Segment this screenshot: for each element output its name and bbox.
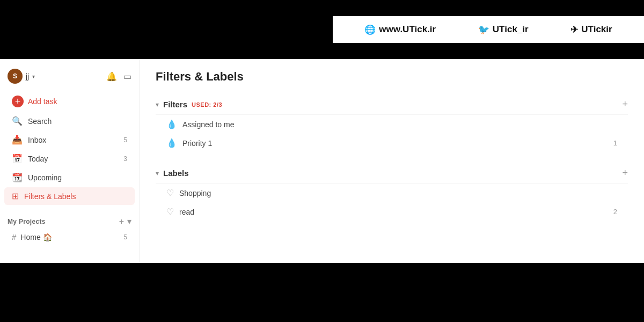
add-task-button[interactable]: + Add task [4, 92, 135, 111]
filters-labels-icon: ⊞ [12, 191, 19, 201]
priority-filter-icon: 💧 [166, 138, 177, 148]
sidebar-header: S jj ▾ 🔔 ▭ [0, 64, 139, 88]
twitter-text: UTick_ir [493, 24, 529, 35]
page-title: Filters & Labels [156, 70, 628, 84]
sidebar-item-filters-labels[interactable]: ⊞ Filters & Labels [4, 187, 135, 205]
website-link[interactable]: 🌐 www.UTick.ir [364, 24, 436, 35]
labels-section-title: Labels [163, 169, 189, 178]
project-home-label: Home 🏠 [20, 233, 52, 241]
today-icon: 📅 [12, 153, 23, 164]
priority-filter-count: 1 [613, 139, 617, 147]
today-count: 3 [123, 155, 127, 163]
priority-filter-label: Priority 1 [182, 139, 212, 148]
labels-section: ▾ Labels + ♡ Shopping ♡ read [156, 163, 628, 221]
shopping-label-icon: ♡ [166, 188, 174, 198]
layout-icon[interactable]: ▭ [123, 71, 131, 82]
username: jj [26, 72, 29, 80]
project-item-home[interactable]: # Home 🏠 5 [4, 229, 135, 245]
telegram-text: UTickir [581, 24, 612, 35]
my-projects-header: My Projects + ▾ [0, 210, 139, 229]
search-icon: 🔍 [12, 116, 23, 126]
my-projects-title: My Projects [8, 218, 46, 225]
telegram-icon: ✈ [570, 24, 578, 35]
today-label: Today [28, 155, 48, 163]
header-icons: 🔔 ▭ [106, 71, 131, 82]
avatar-initials: S [13, 72, 17, 80]
info-bar: 🌐 www.UTick.ir 🐦 UTick_ir ✈ UTickir [333, 16, 644, 43]
filter-item-priority[interactable]: 💧 Priority 1 1 [156, 134, 628, 152]
inbox-count: 5 [123, 136, 127, 144]
read-label-text: read [179, 208, 194, 216]
expand-projects-icon[interactable]: ▾ [127, 216, 131, 226]
labels-chevron-icon: ▾ [156, 170, 159, 177]
labels-add-icon[interactable]: + [622, 167, 628, 179]
my-projects-actions: + ▾ [119, 216, 131, 226]
assigned-filter-icon: 💧 [166, 119, 177, 129]
user-info[interactable]: S jj ▾ [8, 69, 35, 84]
chevron-down-icon: ▾ [32, 74, 35, 79]
twitter-link[interactable]: 🐦 UTick_ir [478, 24, 529, 35]
filters-add-icon[interactable]: + [622, 99, 628, 110]
project-home-count: 5 [123, 233, 127, 241]
avatar: S [8, 69, 23, 84]
assigned-filter-label: Assigned to me [182, 120, 235, 129]
sidebar: S jj ▾ 🔔 ▭ + Add task 🔍 Search [0, 59, 140, 263]
filters-labels-nav-label: Filters & Labels [24, 192, 76, 201]
upcoming-icon: 📆 [12, 172, 23, 182]
sidebar-item-inbox[interactable]: 📥 Inbox 5 [4, 131, 135, 149]
sidebar-item-today[interactable]: 📅 Today 3 [4, 150, 135, 167]
filters-section-title: Filters [163, 100, 187, 109]
sidebar-item-search[interactable]: 🔍 Search [4, 112, 135, 130]
main-area: 🌐 www.UTick.ir 🐦 UTick_ir ✈ UTickir S [0, 0, 644, 322]
telegram-link[interactable]: ✈ UTickir [570, 24, 612, 35]
add-task-label: Add task [28, 97, 57, 106]
read-label-count: 2 [613, 208, 617, 216]
app-window: S jj ▾ 🔔 ▭ + Add task 🔍 Search [0, 59, 644, 263]
inbox-label: Inbox [28, 136, 46, 144]
upcoming-label: Upcoming [28, 173, 62, 182]
read-label-icon: ♡ [166, 207, 174, 217]
add-project-icon[interactable]: + [119, 217, 124, 226]
filters-badge: USED: 2/3 [192, 101, 222, 108]
project-hash-icon: # [12, 232, 16, 241]
label-item-shopping[interactable]: ♡ Shopping [156, 184, 628, 202]
label-item-read[interactable]: ♡ read 2 [156, 202, 628, 221]
filters-section-header[interactable]: ▾ Filters USED: 2/3 + [156, 94, 628, 115]
inbox-icon: 📥 [12, 135, 23, 145]
sidebar-item-upcoming[interactable]: 📆 Upcoming [4, 169, 135, 186]
globe-icon: 🌐 [364, 24, 376, 35]
bell-icon[interactable]: 🔔 [106, 71, 117, 82]
twitter-icon: 🐦 [478, 24, 489, 35]
filters-chevron-icon: ▾ [156, 101, 159, 108]
filters-section: ▾ Filters USED: 2/3 + 💧 Assigned to me [156, 94, 628, 152]
labels-section-header[interactable]: ▾ Labels + [156, 163, 628, 184]
shopping-label-text: Shopping [179, 189, 211, 197]
add-icon: + [12, 96, 24, 107]
filter-item-assigned[interactable]: 💧 Assigned to me [156, 115, 628, 134]
top-bar: 🌐 www.UTick.ir 🐦 UTick_ir ✈ UTickir [0, 0, 644, 59]
bottom-bar [0, 263, 644, 322]
search-label: Search [28, 117, 52, 126]
website-text: www.UTick.ir [379, 24, 436, 35]
main-content: Filters & Labels ▾ Filters USED: 2/3 + 💧… [140, 59, 644, 263]
